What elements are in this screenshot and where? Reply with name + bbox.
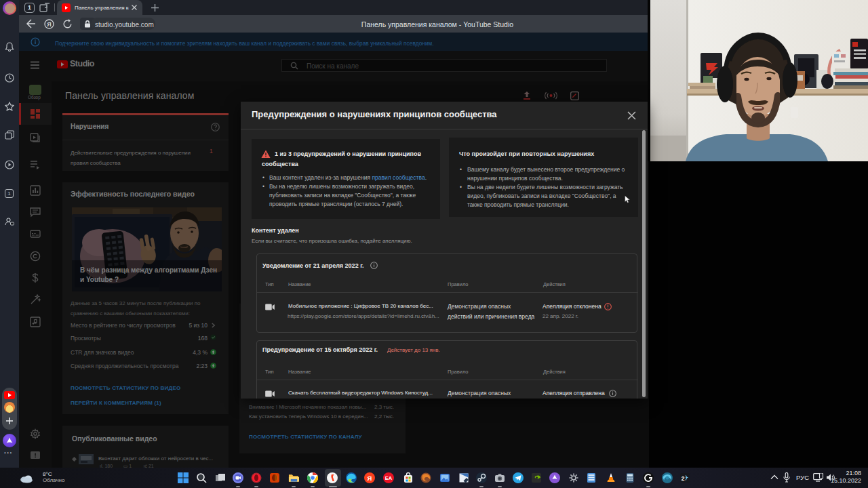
svg-text:Я: Я bbox=[368, 474, 372, 482]
svg-text:EA: EA bbox=[385, 475, 393, 481]
svg-text:Я: Я bbox=[47, 21, 51, 28]
svg-text:2: 2 bbox=[682, 475, 685, 482]
